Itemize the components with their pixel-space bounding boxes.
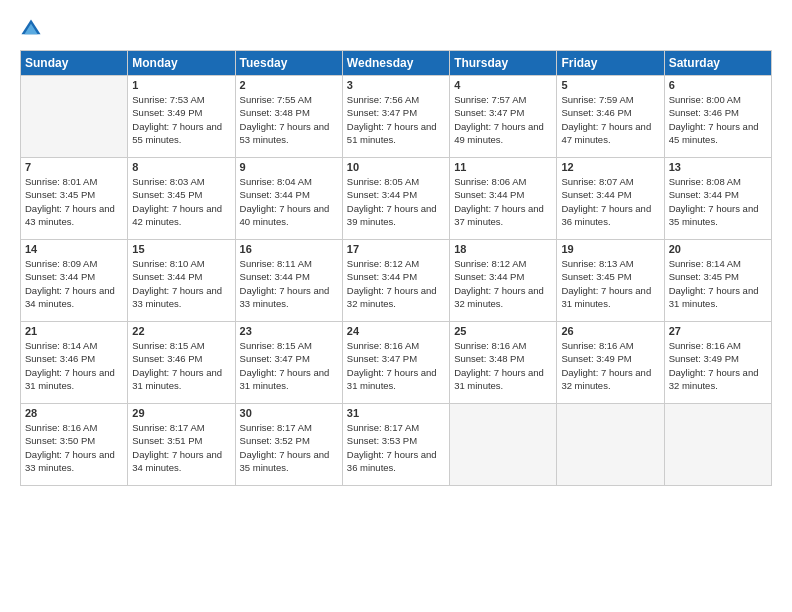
daylight-label: Daylight: 7 hours and 35 minutes. — [240, 449, 330, 473]
sunrise-label: Sunrise: 8:16 AM — [561, 340, 633, 351]
sunset-label: Sunset: 3:44 PM — [240, 189, 310, 200]
calendar-cell: 9 Sunrise: 8:04 AM Sunset: 3:44 PM Dayli… — [235, 158, 342, 240]
sunrise-label: Sunrise: 8:05 AM — [347, 176, 419, 187]
sunrise-label: Sunrise: 8:11 AM — [240, 258, 312, 269]
daylight-label: Daylight: 7 hours and 40 minutes. — [240, 203, 330, 227]
daylight-label: Daylight: 7 hours and 47 minutes. — [561, 121, 651, 145]
calendar-cell: 5 Sunrise: 7:59 AM Sunset: 3:46 PM Dayli… — [557, 76, 664, 158]
calendar-cell: 15 Sunrise: 8:10 AM Sunset: 3:44 PM Dayl… — [128, 240, 235, 322]
sunset-label: Sunset: 3:45 PM — [669, 271, 739, 282]
sunrise-label: Sunrise: 8:01 AM — [25, 176, 97, 187]
day-number: 28 — [25, 407, 123, 419]
weekday-wednesday: Wednesday — [342, 51, 449, 76]
sunset-label: Sunset: 3:51 PM — [132, 435, 202, 446]
day-number: 27 — [669, 325, 767, 337]
daylight-label: Daylight: 7 hours and 51 minutes. — [347, 121, 437, 145]
sunset-label: Sunset: 3:44 PM — [454, 189, 524, 200]
calendar-cell: 10 Sunrise: 8:05 AM Sunset: 3:44 PM Dayl… — [342, 158, 449, 240]
sunrise-label: Sunrise: 7:57 AM — [454, 94, 526, 105]
sunrise-label: Sunrise: 8:16 AM — [25, 422, 97, 433]
weekday-header-row: SundayMondayTuesdayWednesdayThursdayFrid… — [21, 51, 772, 76]
day-info: Sunrise: 8:16 AM Sunset: 3:49 PM Dayligh… — [561, 339, 659, 392]
day-number: 31 — [347, 407, 445, 419]
sunset-label: Sunset: 3:49 PM — [561, 353, 631, 364]
sunset-label: Sunset: 3:49 PM — [132, 107, 202, 118]
day-number: 16 — [240, 243, 338, 255]
day-info: Sunrise: 7:55 AM Sunset: 3:48 PM Dayligh… — [240, 93, 338, 146]
sunset-label: Sunset: 3:47 PM — [347, 353, 417, 364]
daylight-label: Daylight: 7 hours and 32 minutes. — [561, 367, 651, 391]
day-number: 17 — [347, 243, 445, 255]
calendar-cell: 3 Sunrise: 7:56 AM Sunset: 3:47 PM Dayli… — [342, 76, 449, 158]
sunrise-label: Sunrise: 8:16 AM — [347, 340, 419, 351]
daylight-label: Daylight: 7 hours and 53 minutes. — [240, 121, 330, 145]
calendar-cell: 20 Sunrise: 8:14 AM Sunset: 3:45 PM Dayl… — [664, 240, 771, 322]
sunrise-label: Sunrise: 8:17 AM — [240, 422, 312, 433]
weekday-friday: Friday — [557, 51, 664, 76]
sunrise-label: Sunrise: 8:16 AM — [454, 340, 526, 351]
calendar-cell: 12 Sunrise: 8:07 AM Sunset: 3:44 PM Dayl… — [557, 158, 664, 240]
calendar-cell: 23 Sunrise: 8:15 AM Sunset: 3:47 PM Dayl… — [235, 322, 342, 404]
day-number: 21 — [25, 325, 123, 337]
day-info: Sunrise: 7:59 AM Sunset: 3:46 PM Dayligh… — [561, 93, 659, 146]
day-info: Sunrise: 8:17 AM Sunset: 3:51 PM Dayligh… — [132, 421, 230, 474]
daylight-label: Daylight: 7 hours and 36 minutes. — [561, 203, 651, 227]
sunrise-label: Sunrise: 7:55 AM — [240, 94, 312, 105]
day-info: Sunrise: 8:16 AM Sunset: 3:48 PM Dayligh… — [454, 339, 552, 392]
sunrise-label: Sunrise: 8:12 AM — [347, 258, 419, 269]
day-number: 8 — [132, 161, 230, 173]
day-number: 10 — [347, 161, 445, 173]
daylight-label: Daylight: 7 hours and 43 minutes. — [25, 203, 115, 227]
sunrise-label: Sunrise: 8:00 AM — [669, 94, 741, 105]
daylight-label: Daylight: 7 hours and 35 minutes. — [669, 203, 759, 227]
day-info: Sunrise: 8:04 AM Sunset: 3:44 PM Dayligh… — [240, 175, 338, 228]
calendar-week-1: 1 Sunrise: 7:53 AM Sunset: 3:49 PM Dayli… — [21, 76, 772, 158]
day-info: Sunrise: 8:09 AM Sunset: 3:44 PM Dayligh… — [25, 257, 123, 310]
calendar-cell: 29 Sunrise: 8:17 AM Sunset: 3:51 PM Dayl… — [128, 404, 235, 486]
day-info: Sunrise: 7:53 AM Sunset: 3:49 PM Dayligh… — [132, 93, 230, 146]
calendar-cell: 11 Sunrise: 8:06 AM Sunset: 3:44 PM Dayl… — [450, 158, 557, 240]
weekday-thursday: Thursday — [450, 51, 557, 76]
daylight-label: Daylight: 7 hours and 31 minutes. — [454, 367, 544, 391]
calendar-cell: 26 Sunrise: 8:16 AM Sunset: 3:49 PM Dayl… — [557, 322, 664, 404]
sunrise-label: Sunrise: 8:14 AM — [25, 340, 97, 351]
sunset-label: Sunset: 3:46 PM — [25, 353, 95, 364]
day-info: Sunrise: 8:05 AM Sunset: 3:44 PM Dayligh… — [347, 175, 445, 228]
day-number: 12 — [561, 161, 659, 173]
sunset-label: Sunset: 3:46 PM — [669, 107, 739, 118]
sunset-label: Sunset: 3:48 PM — [240, 107, 310, 118]
calendar-cell: 28 Sunrise: 8:16 AM Sunset: 3:50 PM Dayl… — [21, 404, 128, 486]
sunrise-label: Sunrise: 8:03 AM — [132, 176, 204, 187]
day-info: Sunrise: 7:56 AM Sunset: 3:47 PM Dayligh… — [347, 93, 445, 146]
calendar-week-2: 7 Sunrise: 8:01 AM Sunset: 3:45 PM Dayli… — [21, 158, 772, 240]
calendar-cell: 1 Sunrise: 7:53 AM Sunset: 3:49 PM Dayli… — [128, 76, 235, 158]
calendar-cell: 25 Sunrise: 8:16 AM Sunset: 3:48 PM Dayl… — [450, 322, 557, 404]
sunrise-label: Sunrise: 7:59 AM — [561, 94, 633, 105]
day-info: Sunrise: 8:13 AM Sunset: 3:45 PM Dayligh… — [561, 257, 659, 310]
sunset-label: Sunset: 3:44 PM — [347, 271, 417, 282]
day-info: Sunrise: 8:11 AM Sunset: 3:44 PM Dayligh… — [240, 257, 338, 310]
calendar-cell: 2 Sunrise: 7:55 AM Sunset: 3:48 PM Dayli… — [235, 76, 342, 158]
sunset-label: Sunset: 3:47 PM — [454, 107, 524, 118]
sunset-label: Sunset: 3:44 PM — [561, 189, 631, 200]
day-info: Sunrise: 8:15 AM Sunset: 3:46 PM Dayligh… — [132, 339, 230, 392]
sunrise-label: Sunrise: 8:12 AM — [454, 258, 526, 269]
sunrise-label: Sunrise: 8:04 AM — [240, 176, 312, 187]
daylight-label: Daylight: 7 hours and 37 minutes. — [454, 203, 544, 227]
calendar-cell — [21, 76, 128, 158]
sunrise-label: Sunrise: 8:17 AM — [347, 422, 419, 433]
day-info: Sunrise: 8:12 AM Sunset: 3:44 PM Dayligh… — [347, 257, 445, 310]
calendar-cell: 6 Sunrise: 8:00 AM Sunset: 3:46 PM Dayli… — [664, 76, 771, 158]
day-info: Sunrise: 8:17 AM Sunset: 3:53 PM Dayligh… — [347, 421, 445, 474]
daylight-label: Daylight: 7 hours and 31 minutes. — [669, 285, 759, 309]
calendar-cell: 4 Sunrise: 7:57 AM Sunset: 3:47 PM Dayli… — [450, 76, 557, 158]
day-number: 26 — [561, 325, 659, 337]
daylight-label: Daylight: 7 hours and 33 minutes. — [240, 285, 330, 309]
day-number: 2 — [240, 79, 338, 91]
day-info: Sunrise: 8:16 AM Sunset: 3:49 PM Dayligh… — [669, 339, 767, 392]
daylight-label: Daylight: 7 hours and 34 minutes. — [132, 449, 222, 473]
day-info: Sunrise: 8:06 AM Sunset: 3:44 PM Dayligh… — [454, 175, 552, 228]
calendar-cell: 8 Sunrise: 8:03 AM Sunset: 3:45 PM Dayli… — [128, 158, 235, 240]
daylight-label: Daylight: 7 hours and 49 minutes. — [454, 121, 544, 145]
daylight-label: Daylight: 7 hours and 32 minutes. — [669, 367, 759, 391]
